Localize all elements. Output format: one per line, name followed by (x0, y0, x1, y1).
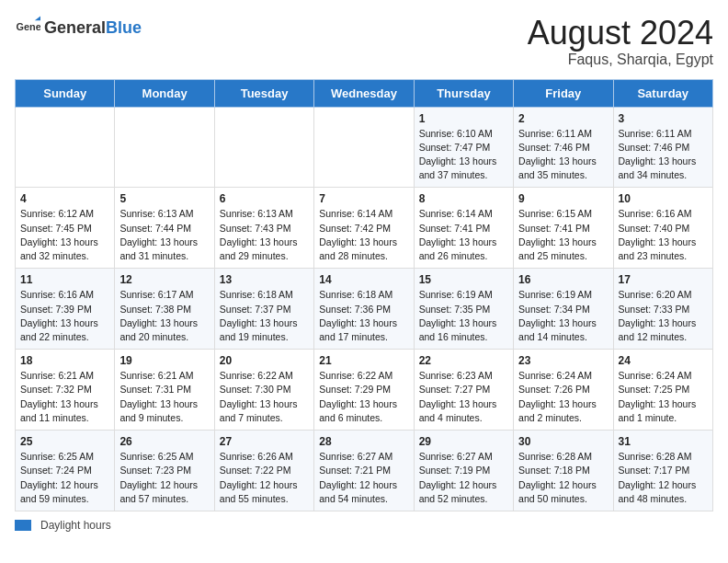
calendar-cell: 1Sunrise: 6:10 AMSunset: 7:47 PMDaylight… (414, 107, 513, 188)
day-number: 8 (419, 192, 508, 205)
cell-content: Sunrise: 6:14 AMSunset: 7:41 PMDaylight:… (419, 207, 508, 263)
calendar-cell: 19Sunrise: 6:21 AMSunset: 7:31 PMDayligh… (115, 350, 214, 431)
day-number: 18 (20, 354, 109, 367)
cell-content: Sunrise: 6:25 AMSunset: 7:24 PMDaylight:… (20, 450, 109, 506)
calendar-cell (214, 107, 313, 188)
cell-content: Sunrise: 6:24 AMSunset: 7:25 PMDaylight:… (619, 369, 708, 425)
cell-content: Sunrise: 6:23 AMSunset: 7:27 PMDaylight:… (419, 369, 508, 425)
day-number: 28 (319, 435, 408, 448)
calendar-cell: 17Sunrise: 6:20 AMSunset: 7:33 PMDayligh… (613, 269, 712, 350)
main-title: August 2024 (528, 15, 713, 52)
day-number: 22 (419, 354, 508, 367)
cell-content: Sunrise: 6:18 AMSunset: 7:37 PMDaylight:… (220, 288, 309, 344)
day-number: 14 (319, 273, 408, 286)
cell-content: Sunrise: 6:13 AMSunset: 7:43 PMDaylight:… (220, 207, 309, 263)
calendar-cell: 2Sunrise: 6:11 AMSunset: 7:46 PMDaylight… (514, 107, 613, 188)
logo-blue: Blue (106, 18, 142, 37)
day-number: 16 (518, 273, 608, 286)
day-number: 4 (20, 192, 109, 205)
calendar-cell: 10Sunrise: 6:16 AMSunset: 7:40 PMDayligh… (613, 188, 712, 269)
calendar-cell: 20Sunrise: 6:22 AMSunset: 7:30 PMDayligh… (214, 350, 313, 431)
cell-content: Sunrise: 6:10 AMSunset: 7:47 PMDaylight:… (419, 127, 508, 183)
calendar-cell: 31Sunrise: 6:28 AMSunset: 7:17 PMDayligh… (613, 431, 712, 511)
day-number: 15 (419, 273, 508, 286)
cell-content: Sunrise: 6:27 AMSunset: 7:21 PMDaylight:… (319, 450, 408, 506)
col-header-friday: Friday (514, 79, 613, 107)
calendar-cell: 30Sunrise: 6:28 AMSunset: 7:18 PMDayligh… (514, 431, 613, 511)
calendar-cell: 21Sunrise: 6:22 AMSunset: 7:29 PMDayligh… (314, 350, 414, 431)
cell-content: Sunrise: 6:16 AMSunset: 7:40 PMDaylight:… (619, 207, 708, 263)
cell-content: Sunrise: 6:25 AMSunset: 7:23 PMDaylight:… (119, 450, 209, 506)
calendar-cell: 8Sunrise: 6:14 AMSunset: 7:41 PMDaylight… (414, 188, 513, 269)
calendar-cell: 23Sunrise: 6:24 AMSunset: 7:26 PMDayligh… (514, 350, 613, 431)
day-number: 2 (518, 112, 608, 125)
svg-marker-1 (35, 17, 40, 21)
logo: General GeneralBlue (15, 15, 142, 40)
col-header-tuesday: Tuesday (214, 79, 313, 107)
week-row-5: 25Sunrise: 6:25 AMSunset: 7:24 PMDayligh… (16, 431, 713, 511)
cell-content: Sunrise: 6:19 AMSunset: 7:35 PMDaylight:… (419, 288, 508, 344)
cell-content: Sunrise: 6:21 AMSunset: 7:31 PMDaylight:… (119, 369, 209, 425)
calendar-cell: 28Sunrise: 6:27 AMSunset: 7:21 PMDayligh… (314, 431, 414, 511)
week-row-4: 18Sunrise: 6:21 AMSunset: 7:32 PMDayligh… (16, 350, 713, 431)
calendar-cell (115, 107, 214, 188)
cell-content: Sunrise: 6:28 AMSunset: 7:18 PMDaylight:… (518, 450, 608, 506)
day-number: 17 (619, 273, 708, 286)
cell-content: Sunrise: 6:21 AMSunset: 7:32 PMDaylight:… (20, 369, 109, 425)
day-number: 12 (119, 273, 209, 286)
cell-content: Sunrise: 6:13 AMSunset: 7:44 PMDaylight:… (119, 207, 209, 263)
header: General GeneralBlue August 2024 Faqus, S… (15, 15, 713, 68)
day-number: 10 (619, 192, 708, 205)
day-number: 11 (20, 273, 109, 286)
col-header-saturday: Saturday (613, 79, 712, 107)
calendar-cell: 12Sunrise: 6:17 AMSunset: 7:38 PMDayligh… (115, 269, 214, 350)
day-number: 13 (220, 273, 309, 286)
week-row-3: 11Sunrise: 6:16 AMSunset: 7:39 PMDayligh… (16, 269, 713, 350)
calendar-cell: 22Sunrise: 6:23 AMSunset: 7:27 PMDayligh… (414, 350, 513, 431)
cell-content: Sunrise: 6:14 AMSunset: 7:42 PMDaylight:… (319, 207, 408, 263)
col-header-thursday: Thursday (414, 79, 513, 107)
cell-content: Sunrise: 6:18 AMSunset: 7:36 PMDaylight:… (319, 288, 408, 344)
calendar-cell: 25Sunrise: 6:25 AMSunset: 7:24 PMDayligh… (16, 431, 115, 511)
col-header-sunday: Sunday (16, 79, 115, 107)
day-number: 25 (20, 435, 109, 448)
calendar-cell: 6Sunrise: 6:13 AMSunset: 7:43 PMDaylight… (214, 188, 313, 269)
cell-content: Sunrise: 6:17 AMSunset: 7:38 PMDaylight:… (119, 288, 209, 344)
calendar-cell: 5Sunrise: 6:13 AMSunset: 7:44 PMDaylight… (115, 188, 214, 269)
daylight-label: Daylight hours (40, 519, 111, 532)
day-number: 24 (619, 354, 708, 367)
week-row-1: 1Sunrise: 6:10 AMSunset: 7:47 PMDaylight… (16, 107, 713, 188)
calendar-cell: 4Sunrise: 6:12 AMSunset: 7:45 PMDaylight… (16, 188, 115, 269)
day-number: 31 (619, 435, 708, 448)
cell-content: Sunrise: 6:16 AMSunset: 7:39 PMDaylight:… (20, 288, 109, 344)
sub-title: Faqus, Sharqia, Egypt (528, 52, 713, 68)
cell-content: Sunrise: 6:11 AMSunset: 7:46 PMDaylight:… (518, 127, 608, 183)
calendar-cell: 13Sunrise: 6:18 AMSunset: 7:37 PMDayligh… (214, 269, 313, 350)
calendar-cell: 29Sunrise: 6:27 AMSunset: 7:19 PMDayligh… (414, 431, 513, 511)
cell-content: Sunrise: 6:28 AMSunset: 7:17 PMDaylight:… (619, 450, 708, 506)
calendar-cell: 9Sunrise: 6:15 AMSunset: 7:41 PMDaylight… (514, 188, 613, 269)
calendar-cell: 27Sunrise: 6:26 AMSunset: 7:22 PMDayligh… (214, 431, 313, 511)
cell-content: Sunrise: 6:11 AMSunset: 7:46 PMDaylight:… (619, 127, 708, 183)
day-number: 7 (319, 192, 408, 205)
logo-general: General (44, 18, 106, 37)
calendar-cell: 26Sunrise: 6:25 AMSunset: 7:23 PMDayligh… (115, 431, 214, 511)
cell-content: Sunrise: 6:26 AMSunset: 7:22 PMDaylight:… (220, 450, 309, 506)
calendar-table: SundayMondayTuesdayWednesdayThursdayFrid… (15, 79, 713, 511)
cell-content: Sunrise: 6:20 AMSunset: 7:33 PMDaylight:… (619, 288, 708, 344)
calendar-cell: 14Sunrise: 6:18 AMSunset: 7:36 PMDayligh… (314, 269, 414, 350)
calendar-cell (314, 107, 414, 188)
day-number: 19 (119, 354, 209, 367)
cell-content: Sunrise: 6:12 AMSunset: 7:45 PMDaylight:… (20, 207, 109, 263)
day-number: 6 (220, 192, 309, 205)
day-number: 29 (419, 435, 508, 448)
day-number: 20 (220, 354, 309, 367)
daylight-bar-icon (15, 520, 31, 531)
footer-note: Daylight hours (15, 519, 713, 532)
calendar-cell: 24Sunrise: 6:24 AMSunset: 7:25 PMDayligh… (613, 350, 712, 431)
day-number: 21 (319, 354, 408, 367)
day-number: 5 (119, 192, 209, 205)
calendar-cell: 18Sunrise: 6:21 AMSunset: 7:32 PMDayligh… (16, 350, 115, 431)
day-number: 23 (518, 354, 608, 367)
calendar-cell: 15Sunrise: 6:19 AMSunset: 7:35 PMDayligh… (414, 269, 513, 350)
